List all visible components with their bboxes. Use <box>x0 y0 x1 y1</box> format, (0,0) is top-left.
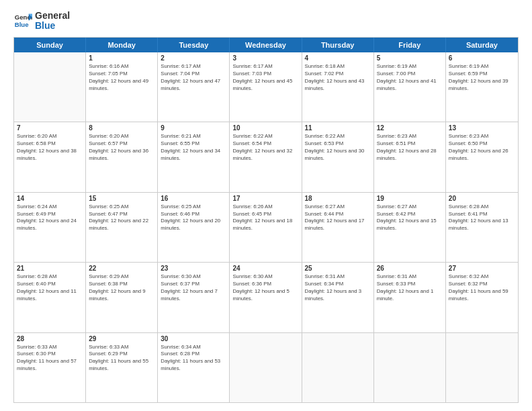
calendar-cell: 4 Sunrise: 6:18 AM Sunset: 7:02 PM Dayli… <box>302 52 374 122</box>
calendar-cell: 14 Sunrise: 6:24 AM Sunset: 6:49 PM Dayl… <box>14 193 86 262</box>
calendar-cell: 20 Sunrise: 6:28 AM Sunset: 6:41 PM Dayl… <box>446 193 518 262</box>
day-info: Sunrise: 6:20 AM Sunset: 6:58 PM Dayligh… <box>17 133 83 163</box>
day-info: Sunrise: 6:25 AM Sunset: 6:47 PM Dayligh… <box>89 203 154 233</box>
day-info: Sunrise: 6:16 AM Sunset: 7:05 PM Dayligh… <box>89 63 154 93</box>
calendar-cell: 17 Sunrise: 6:26 AM Sunset: 6:45 PM Dayl… <box>230 193 302 262</box>
calendar-cell: 7 Sunrise: 6:20 AM Sunset: 6:58 PM Dayli… <box>14 122 86 191</box>
day-info: Sunrise: 6:28 AM Sunset: 6:40 PM Dayligh… <box>17 273 83 303</box>
day-number: 20 <box>449 195 515 202</box>
calendar-cell: 18 Sunrise: 6:27 AM Sunset: 6:44 PM Dayl… <box>302 193 374 262</box>
day-info: Sunrise: 6:32 AM Sunset: 6:32 PM Dayligh… <box>449 273 515 303</box>
day-info: Sunrise: 6:29 AM Sunset: 6:38 PM Dayligh… <box>89 273 154 303</box>
day-number: 10 <box>232 124 298 132</box>
day-info: Sunrise: 6:19 AM Sunset: 7:00 PM Dayligh… <box>377 63 443 93</box>
day-number: 3 <box>232 54 298 62</box>
calendar-body: 1 Sunrise: 6:16 AM Sunset: 7:05 PM Dayli… <box>14 52 518 402</box>
day-number: 7 <box>17 124 83 132</box>
calendar-cell: 21 Sunrise: 6:28 AM Sunset: 6:40 PM Dayl… <box>14 263 86 332</box>
calendar-cell: 25 Sunrise: 6:31 AM Sunset: 6:34 PM Dayl… <box>302 263 374 332</box>
day-number: 26 <box>377 265 443 272</box>
calendar-cell: 11 Sunrise: 6:22 AM Sunset: 6:53 PM Dayl… <box>302 122 374 191</box>
logo: General Blue General Blue <box>13 11 70 32</box>
calendar-cell <box>230 333 302 402</box>
calendar-header: SundayMondayTuesdayWednesdayThursdayFrid… <box>14 38 518 52</box>
day-number: 2 <box>161 54 226 62</box>
calendar-cell <box>302 333 374 402</box>
day-number: 14 <box>17 195 83 202</box>
day-info: Sunrise: 6:31 AM Sunset: 6:33 PM Dayligh… <box>377 273 443 303</box>
calendar-cell: 3 Sunrise: 6:17 AM Sunset: 7:03 PM Dayli… <box>230 52 302 122</box>
day-number: 1 <box>89 54 154 62</box>
day-info: Sunrise: 6:30 AM Sunset: 6:36 PM Dayligh… <box>232 273 298 303</box>
day-number: 16 <box>161 195 226 202</box>
weekday-header: Thursday <box>302 38 374 52</box>
day-info: Sunrise: 6:21 AM Sunset: 6:55 PM Dayligh… <box>161 133 226 163</box>
day-number: 17 <box>232 195 298 202</box>
calendar-cell: 26 Sunrise: 6:31 AM Sunset: 6:33 PM Dayl… <box>374 263 446 332</box>
day-number: 29 <box>89 335 154 342</box>
day-number: 5 <box>377 54 443 62</box>
weekday-header: Wednesday <box>230 38 302 52</box>
calendar-cell <box>14 52 86 122</box>
day-number: 28 <box>17 335 83 342</box>
calendar-row: 28 Sunrise: 6:33 AM Sunset: 6:30 PM Dayl… <box>14 333 518 402</box>
page: General Blue General Blue SundayMondayTu… <box>0 0 532 411</box>
day-number: 19 <box>377 195 443 202</box>
day-number: 18 <box>305 195 371 202</box>
day-number: 21 <box>17 265 83 272</box>
day-info: Sunrise: 6:19 AM Sunset: 6:59 PM Dayligh… <box>449 63 515 93</box>
weekday-header: Saturday <box>446 38 518 52</box>
header: General Blue General Blue <box>13 11 519 32</box>
calendar-cell: 24 Sunrise: 6:30 AM Sunset: 6:36 PM Dayl… <box>230 263 302 332</box>
calendar-row: 7 Sunrise: 6:20 AM Sunset: 6:58 PM Dayli… <box>14 122 518 192</box>
day-info: Sunrise: 6:23 AM Sunset: 6:50 PM Dayligh… <box>449 133 515 163</box>
day-info: Sunrise: 6:33 AM Sunset: 6:30 PM Dayligh… <box>17 344 83 373</box>
calendar-cell: 2 Sunrise: 6:17 AM Sunset: 7:04 PM Dayli… <box>158 52 230 122</box>
day-info: Sunrise: 6:18 AM Sunset: 7:02 PM Dayligh… <box>305 63 371 93</box>
logo-line1: General <box>35 11 70 21</box>
day-number: 30 <box>161 335 226 342</box>
calendar-cell: 9 Sunrise: 6:21 AM Sunset: 6:55 PM Dayli… <box>158 122 230 191</box>
calendar-cell: 30 Sunrise: 6:34 AM Sunset: 6:28 PM Dayl… <box>158 333 230 402</box>
calendar-cell: 29 Sunrise: 6:33 AM Sunset: 6:29 PM Dayl… <box>86 333 158 402</box>
logo-icon: General Blue <box>13 11 32 30</box>
calendar-cell: 6 Sunrise: 6:19 AM Sunset: 6:59 PM Dayli… <box>446 52 518 122</box>
day-info: Sunrise: 6:26 AM Sunset: 6:45 PM Dayligh… <box>232 203 298 233</box>
day-number: 25 <box>305 265 371 272</box>
day-info: Sunrise: 6:34 AM Sunset: 6:28 PM Dayligh… <box>161 344 226 373</box>
calendar-cell: 8 Sunrise: 6:20 AM Sunset: 6:57 PM Dayli… <box>86 122 158 191</box>
day-number: 15 <box>89 195 154 202</box>
logo-line2: Blue <box>35 21 70 31</box>
day-number: 13 <box>449 124 515 132</box>
day-number: 8 <box>89 124 154 132</box>
day-number: 9 <box>161 124 226 132</box>
day-number: 11 <box>305 124 371 132</box>
day-number: 27 <box>449 265 515 272</box>
day-number: 6 <box>449 54 515 62</box>
calendar-cell: 1 Sunrise: 6:16 AM Sunset: 7:05 PM Dayli… <box>86 52 158 122</box>
day-info: Sunrise: 6:22 AM Sunset: 6:54 PM Dayligh… <box>232 133 298 163</box>
calendar-cell: 13 Sunrise: 6:23 AM Sunset: 6:50 PM Dayl… <box>446 122 518 191</box>
day-info: Sunrise: 6:28 AM Sunset: 6:41 PM Dayligh… <box>449 203 515 233</box>
day-number: 23 <box>161 265 226 272</box>
weekday-header: Tuesday <box>158 38 230 52</box>
calendar-row: 21 Sunrise: 6:28 AM Sunset: 6:40 PM Dayl… <box>14 263 518 332</box>
calendar: SundayMondayTuesdayWednesdayThursdayFrid… <box>13 37 519 403</box>
calendar-cell <box>374 333 446 402</box>
calendar-cell: 5 Sunrise: 6:19 AM Sunset: 7:00 PM Dayli… <box>374 52 446 122</box>
calendar-cell: 12 Sunrise: 6:23 AM Sunset: 6:51 PM Dayl… <box>374 122 446 191</box>
weekday-header: Monday <box>86 38 158 52</box>
weekday-header: Friday <box>374 38 446 52</box>
weekday-header: Sunday <box>14 38 86 52</box>
calendar-cell <box>446 333 518 402</box>
day-info: Sunrise: 6:23 AM Sunset: 6:51 PM Dayligh… <box>377 133 443 163</box>
svg-text:Blue: Blue <box>15 21 29 28</box>
day-number: 4 <box>305 54 371 62</box>
calendar-row: 1 Sunrise: 6:16 AM Sunset: 7:05 PM Dayli… <box>14 52 518 122</box>
day-info: Sunrise: 6:27 AM Sunset: 6:44 PM Dayligh… <box>305 203 371 233</box>
day-info: Sunrise: 6:33 AM Sunset: 6:29 PM Dayligh… <box>89 344 154 373</box>
day-info: Sunrise: 6:25 AM Sunset: 6:46 PM Dayligh… <box>161 203 226 233</box>
calendar-row: 14 Sunrise: 6:24 AM Sunset: 6:49 PM Dayl… <box>14 193 518 263</box>
calendar-cell: 15 Sunrise: 6:25 AM Sunset: 6:47 PM Dayl… <box>86 193 158 262</box>
calendar-cell: 23 Sunrise: 6:30 AM Sunset: 6:37 PM Dayl… <box>158 263 230 332</box>
